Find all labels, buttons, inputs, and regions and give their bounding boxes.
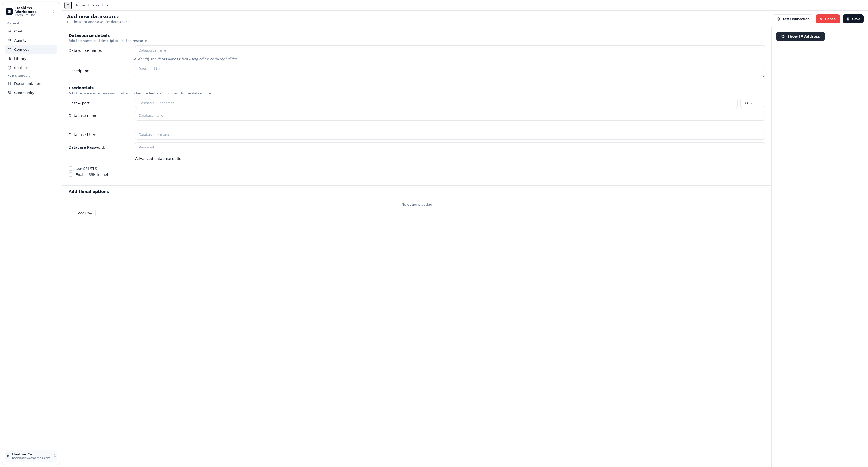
right-panel: Show IP Address xyxy=(771,27,868,467)
database-user-input[interactable] xyxy=(135,129,765,140)
show-ip-button[interactable]: Show IP Address xyxy=(776,32,825,41)
sidebar-item-documentation[interactable]: Documentation xyxy=(5,79,57,88)
chevron-up-down-icon[interactable] xyxy=(52,9,55,14)
page-subtitle: Fill the form and save the datasource. xyxy=(67,20,770,24)
crumb-home[interactable]: Home xyxy=(74,3,85,7)
sidebar-item-label: Documentation xyxy=(14,82,41,86)
database-name-input[interactable] xyxy=(135,111,765,120)
sidebar-item-settings[interactable]: Settings xyxy=(5,63,57,72)
help-datasource-name: To identify the datasources when using e… xyxy=(132,57,765,61)
nav-help: Documentation Community xyxy=(5,79,57,97)
chevron-right-icon xyxy=(101,3,104,7)
checkbox-icon[interactable] xyxy=(69,172,73,177)
section-datasource-details: Datasource details Add the name and desc… xyxy=(62,31,771,82)
sidebar-item-label: Connect xyxy=(14,48,29,52)
label-host-port: Host & port: xyxy=(69,101,130,105)
user-name: Hashim Ea xyxy=(12,452,50,456)
label-datasource-name: Datasource name: xyxy=(69,48,130,53)
row-database-user: Database User: xyxy=(69,127,765,140)
section-title: Additional options xyxy=(69,189,765,194)
crumb-app[interactable]: app xyxy=(92,3,99,7)
add-row-button[interactable]: Add Row xyxy=(69,208,96,217)
svg-point-4 xyxy=(8,91,9,92)
port-input[interactable] xyxy=(740,98,765,108)
row-database-password: Database Password: xyxy=(69,140,765,152)
row-datasource-name: Datasource name: xyxy=(69,43,765,55)
sidebar-card: Hashims Workspace Premium Plan General C… xyxy=(2,2,60,465)
tabs-row: Home app ai xyxy=(62,0,868,11)
label-database-name: Database name: xyxy=(69,114,130,118)
workspace-plan: Premium Plan xyxy=(15,14,49,17)
content: Datasource details Add the name and desc… xyxy=(62,27,868,467)
right-panel-top: Show IP Address xyxy=(776,32,864,41)
workspace-name: Hashims Workspace xyxy=(15,6,49,14)
svg-point-5 xyxy=(10,91,11,92)
sidebar-item-label: Chat xyxy=(14,29,22,33)
label-description: Description: xyxy=(69,69,130,73)
page-title: Add new datasource xyxy=(67,14,770,19)
section-title: Datasource details xyxy=(69,33,765,37)
checkbox-use-ssl[interactable]: Use SSL/TLS xyxy=(69,166,130,172)
row-database-name: Database name: xyxy=(69,108,765,120)
sidebar: Hashims Workspace Premium Plan General C… xyxy=(0,0,62,467)
svg-point-9 xyxy=(782,36,783,37)
form-panel: Datasource details Add the name and desc… xyxy=(62,27,771,467)
svg-point-7 xyxy=(777,18,780,20)
svg-rect-6 xyxy=(67,4,69,6)
no-options-label: No options added xyxy=(69,194,765,208)
checkbox-icon[interactable] xyxy=(69,167,73,171)
datasource-name-input[interactable] xyxy=(135,46,765,55)
workspace-logo xyxy=(6,8,12,15)
sidebar-item-label: Settings xyxy=(14,66,28,70)
sidebar-item-label: Agents xyxy=(14,38,26,42)
database-password-input[interactable] xyxy=(135,142,765,152)
test-connection-button[interactable]: Test Connection xyxy=(773,14,813,23)
button-label: Cancel xyxy=(825,17,837,21)
user-email: hashimdev@yopmail.com xyxy=(12,456,50,460)
chevron-up-down-icon[interactable] xyxy=(53,454,57,459)
user-card[interactable]: H Hashim Ea hashimdev@yopmail.com xyxy=(5,450,57,462)
sidebar-item-label: Community xyxy=(14,91,34,95)
sidebar-item-chat[interactable]: Chat xyxy=(5,27,57,35)
avatar-initial: H xyxy=(7,454,9,458)
crumb-ai[interactable]: ai xyxy=(106,3,110,7)
main: Home app ai Add new datasource Fill the … xyxy=(62,0,868,467)
panel-toggle-button[interactable] xyxy=(64,2,72,9)
section-subtitle: Add the username, password, url and othe… xyxy=(69,91,765,95)
sidebar-item-library[interactable]: Library xyxy=(5,54,57,63)
checkbox-label: Enable SSH tunnel xyxy=(75,173,108,177)
label-database-password: Database Password: xyxy=(69,145,130,149)
app-root: Hashims Workspace Premium Plan General C… xyxy=(0,0,868,467)
sidebar-item-agents[interactable]: Agents xyxy=(5,36,57,45)
section-additional-options: Additional options No options added Add … xyxy=(62,186,771,221)
header-actions: Test Connection Cancel Save xyxy=(773,14,864,23)
avatar: H xyxy=(7,452,9,460)
section-title: Credentials xyxy=(69,86,765,90)
breadcrumbs: Home app ai xyxy=(74,3,110,7)
button-label: Save xyxy=(852,17,860,21)
checkbox-label: Use SSL/TLS xyxy=(75,167,97,171)
label-advanced-options: Advanced database options: xyxy=(135,156,761,161)
row-host-port: Host & port: xyxy=(69,95,765,108)
chevron-right-icon xyxy=(87,3,90,7)
description-textarea[interactable] xyxy=(135,64,765,78)
sidebar-item-community[interactable]: Community xyxy=(5,88,57,97)
label-database-user: Database User: xyxy=(69,133,130,137)
nav-general: Chat Agents Connect Library Settings xyxy=(5,27,57,72)
row-advanced-options: Advanced database options: Use SSL/TLS E… xyxy=(65,154,765,180)
header-bar: Add new datasource Fill the form and sav… xyxy=(62,11,868,27)
save-button[interactable]: Save xyxy=(843,14,864,23)
host-input[interactable] xyxy=(135,98,738,108)
sidebar-item-label: Library xyxy=(14,57,26,61)
section-label-help: Help & Support xyxy=(5,72,57,79)
workspace-switcher[interactable]: Hashims Workspace Premium Plan xyxy=(5,4,57,20)
svg-point-3 xyxy=(9,67,10,68)
checkbox-ssh-tunnel[interactable]: Enable SSH tunnel xyxy=(69,172,130,177)
button-label: Show IP Address xyxy=(787,34,820,38)
spacer xyxy=(69,120,765,127)
section-subtitle: Add the name and description for the res… xyxy=(69,39,765,43)
section-label-general: General xyxy=(5,20,57,27)
cancel-button[interactable]: Cancel xyxy=(816,14,840,23)
sidebar-item-connect[interactable]: Connect xyxy=(5,45,57,54)
section-credentials: Credentials Add the username, password, … xyxy=(62,82,771,186)
